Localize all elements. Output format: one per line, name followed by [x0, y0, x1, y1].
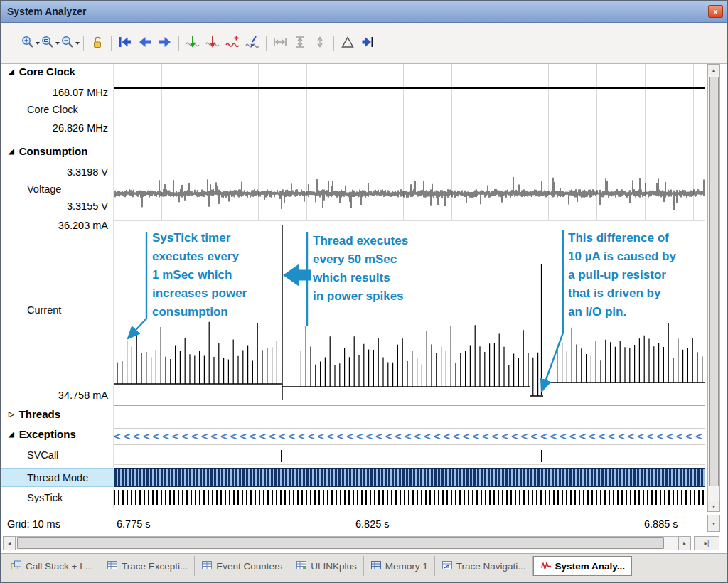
current-row-label[interactable]: Current [27, 304, 61, 316]
delta-measure-button[interactable] [338, 34, 358, 53]
toolbar-separator [83, 36, 84, 51]
thread-mode-lane[interactable] [114, 468, 705, 487]
fit-vertical-button[interactable] [290, 34, 310, 53]
zoom-in-button[interactable] [20, 34, 40, 53]
thread-mode-row-label[interactable]: Thread Mode [27, 472, 88, 483]
zoom-out-button[interactable] [60, 34, 80, 53]
exceptions-activity-lane[interactable]: <<<<<<<<<<<<<<<<<<<<<<<<<<<<<<<<<<<<<<<<… [114, 428, 705, 445]
zoom-in-icon [21, 35, 35, 52]
insert-cursor-red-button[interactable] [203, 34, 223, 53]
step-forward-button[interactable] [155, 34, 175, 53]
tab-trace-exceptions[interactable]: Trace Excepti... [100, 556, 195, 576]
systick-lane[interactable] [114, 490, 705, 505]
core-clock-min-value: 26.826 MHz [1, 122, 108, 134]
goto-start-icon [117, 35, 133, 52]
voltage-max-value: 3.3198 V [1, 166, 108, 178]
goto-end-button[interactable] [358, 34, 378, 53]
event-counters-tab-icon [201, 560, 213, 572]
lane-divider [114, 405, 705, 406]
toolbar-separator [266, 36, 267, 51]
green-cursor-icon [185, 35, 200, 52]
lane-divider [114, 141, 705, 141]
annotation-systick: SysTick timer executes every 1 mSec whic… [152, 229, 247, 321]
trace-navigation-tab-icon [441, 560, 453, 572]
scroll-down-button[interactable]: ▾ [707, 501, 720, 512]
tab-call-stack[interactable]: Call Stack + L... [4, 556, 100, 576]
goto-end-icon [360, 35, 375, 52]
scroll-right-button[interactable]: ▸ [678, 536, 691, 550]
consumption-section-header[interactable]: ◢ Consumption [9, 145, 87, 157]
dropdown-arrow-icon [75, 42, 80, 45]
threads-lane[interactable] [114, 407, 705, 422]
voltage-trace[interactable] [114, 165, 705, 219]
zoom-all-button[interactable] [40, 34, 60, 53]
toolbar-separator [333, 36, 334, 51]
fit-auto-button[interactable] [310, 34, 330, 53]
annotation-pullup: This difference of 10 µA is caused by a … [568, 229, 676, 321]
collapse-collapsed-icon: ▷ [9, 410, 14, 418]
memory-tab-icon [370, 560, 382, 572]
scroll-left-button[interactable]: ◂ [3, 536, 16, 550]
step-back-button[interactable] [135, 34, 155, 53]
core-clock-row-label[interactable]: Core Clock [27, 104, 78, 115]
svcall-row-label[interactable]: SVCall [27, 449, 58, 461]
time-label-end: 6.885 s [644, 518, 678, 530]
core-clock-trace[interactable] [114, 87, 705, 89]
red-cursor-icon [205, 35, 220, 52]
core-clock-section-header[interactable]: ◢ Core Clock [9, 65, 75, 77]
fit-horizontal-button[interactable] [270, 34, 290, 53]
tab-event-counters[interactable]: Event Counters [195, 556, 289, 576]
call-stack-tab-icon [11, 560, 22, 572]
time-label-start: 6.775 s [117, 518, 151, 530]
delta-icon [340, 35, 355, 52]
zoom-all-icon [41, 35, 55, 52]
arrow-left-icon [137, 35, 153, 52]
system-analyzer-tab-icon [540, 560, 552, 572]
unlock-button[interactable] [87, 34, 107, 53]
arrow-right-icon [157, 35, 173, 52]
tab-trace-navigation[interactable]: Trace Navigati... [435, 556, 533, 576]
systick-row-label[interactable]: SysTick [27, 492, 63, 503]
voltage-row-label[interactable]: Voltage [27, 183, 61, 195]
threads-section-header[interactable]: ▷ Threads [9, 408, 60, 420]
time-label-mid: 6.825 s [355, 518, 390, 530]
core-clock-max-value: 168.07 MHz [1, 87, 108, 98]
close-button[interactable]: x [708, 5, 723, 18]
fit-horizontal-icon [272, 35, 288, 52]
fit-auto-icon [312, 35, 328, 52]
collapse-expanded-icon: ◢ [9, 430, 14, 438]
collapse-expanded-icon: ◢ [9, 147, 14, 155]
tab-ulinkplus[interactable]: ULINKplus [289, 556, 364, 576]
goto-cursor-icon [245, 35, 260, 52]
exceptions-activity-chevrons: <<<<<<<<<<<<<<<<<<<<<<<<<<<<<<<<<<<<<<<<… [114, 429, 705, 444]
exceptions-section-header[interactable]: ◢ Exceptions [9, 428, 76, 440]
tab-system-analyzer[interactable]: System Analy... [533, 556, 632, 576]
scroll-page-down-button[interactable]: ▾ [707, 515, 720, 532]
scroll-to-end-button[interactable]: ▸| [694, 536, 719, 550]
goto-cursor-button[interactable] [242, 34, 262, 53]
fit-vertical-icon [292, 35, 308, 52]
current-max-value: 36.203 mA [1, 220, 108, 231]
scroll-up-button[interactable]: ▴ [707, 64, 720, 75]
svcall-event-tick [281, 450, 282, 462]
collapse-expanded-icon: ◢ [9, 68, 14, 75]
toolbar-separator [178, 36, 179, 51]
tab-memory-1[interactable]: Memory 1 [364, 556, 435, 576]
goto-start-button[interactable] [115, 34, 135, 53]
svcall-lane[interactable] [114, 448, 705, 465]
dropdown-arrow-icon [55, 42, 60, 45]
current-min-value: 34.758 mA [1, 390, 108, 401]
system-analyzer-window: System Analyzer x [0, 0, 728, 583]
horizontal-scroll-thumb[interactable] [17, 537, 664, 549]
svcall-event-tick [541, 450, 542, 462]
red-wave-plus-icon [225, 35, 240, 52]
bottom-tab-bar: Call Stack + L... Trace Excepti... Event… [1, 553, 727, 582]
dropdown-arrow-icon [36, 42, 40, 45]
toolbar-separator [111, 36, 112, 51]
ulinkplus-tab-icon [296, 560, 307, 572]
add-measure-cursor-button[interactable] [223, 34, 242, 53]
title-bar[interactable]: System Analyzer x [1, 1, 727, 23]
insert-cursor-green-button[interactable] [183, 34, 203, 53]
vertical-scroll-thumb[interactable] [709, 77, 719, 486]
window-title: System Analyzer [7, 6, 87, 17]
